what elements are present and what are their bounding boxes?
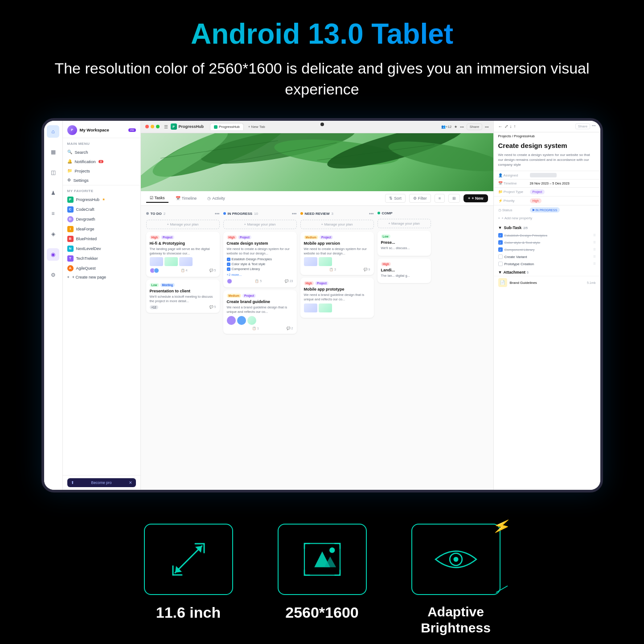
fav-codecraft[interactable]: C CodeCraft xyxy=(63,205,140,214)
sidebar-item-projects[interactable]: 📁 Projects xyxy=(63,166,140,176)
star-bookmark-icon[interactable]: ★ xyxy=(454,125,457,129)
sidebar-item-search[interactable]: 🔍 Search xyxy=(63,148,140,157)
size-label: 11.6 inch xyxy=(156,604,221,621)
fav-agilequest[interactable]: A AgileQuest xyxy=(63,263,140,273)
drag-handle-1[interactable]: ⠿ xyxy=(593,234,596,238)
col-todo-more[interactable]: ••• xyxy=(215,211,220,216)
view-toggle-grid[interactable]: ⊞ xyxy=(448,194,460,203)
more-options-icon[interactable]: ••• xyxy=(460,125,464,129)
nav-back-icon[interactable]: ← xyxy=(498,124,503,129)
drag-handle-5[interactable]: ⠿ xyxy=(593,262,596,266)
col-inprogress-more[interactable]: ••• xyxy=(292,211,297,216)
fav-icon-techtrekker: T xyxy=(67,255,74,262)
subtask-check-2[interactable]: ✓ xyxy=(498,240,503,245)
left-icon-users[interactable]: ♟ xyxy=(47,187,59,199)
more-options-rp[interactable]: ••• xyxy=(592,123,595,129)
close-button[interactable] xyxy=(145,125,149,128)
person-icon: 👤 xyxy=(498,173,503,177)
card-presentation[interactable]: Low Meeting Presentation to client We'll… xyxy=(146,279,220,313)
subtask-4[interactable]: Create Variant ⠿ xyxy=(494,253,600,260)
fav-techtrekker[interactable]: T TechTrekker xyxy=(63,254,140,263)
share-button[interactable]: Share xyxy=(467,123,482,130)
become-pro-banner[interactable]: ⬆ Become pro ✕ xyxy=(67,478,136,487)
create-new-page[interactable]: + + Create new page xyxy=(63,273,140,281)
fav-nextleveldev[interactable]: N NextLevelDev xyxy=(63,244,140,254)
tab-timeline[interactable]: 📅 Timeline xyxy=(172,194,201,202)
comment-count-ma: 💬 9 xyxy=(364,268,370,271)
new-task-button[interactable]: + + New xyxy=(464,194,488,202)
manage-plan-review[interactable]: + Manage your plan xyxy=(300,220,374,229)
col-needreview-more[interactable]: ••• xyxy=(369,211,374,216)
nav-up-icon[interactable]: ↑ xyxy=(514,124,516,129)
attachment-brand-guidelines[interactable]: 📄 Brand Guidelines 5.1mb xyxy=(494,276,600,289)
card-hifi[interactable]: High Project Hi-fi & Prototyping The lan… xyxy=(146,232,220,277)
sidebar-item-notification[interactable]: 🔔 Notification 8 xyxy=(63,157,140,166)
fav-blueprinted[interactable]: B BluePrinted xyxy=(63,234,140,244)
card-imgs-mp xyxy=(304,304,370,312)
activity-icon: ◷ xyxy=(207,196,211,201)
sort-button[interactable]: ⇅ Sort xyxy=(385,194,406,203)
subtask-3[interactable]: ✓ Component Library ⠿ xyxy=(494,246,600,253)
filter-button[interactable]: ⚙ Filter xyxy=(409,194,431,203)
bottom-section: 11.6 inch 2560*1600 xyxy=(0,501,644,644)
subtask-1[interactable]: ✓ Establish Design Principles ⠿ xyxy=(494,232,600,239)
breadcrumb-projects[interactable]: Projects xyxy=(498,134,511,138)
fav-label-progresshub: ProgressHub xyxy=(76,197,100,202)
left-icon-team[interactable]: ◈ xyxy=(47,228,59,240)
close-icon[interactable]: ✕ xyxy=(129,480,132,485)
drag-handle-3[interactable]: ⠿ xyxy=(593,248,596,252)
nav-down-icon[interactable]: ↓ xyxy=(510,124,512,129)
collapse-icon[interactable]: ▼ xyxy=(498,226,502,230)
card-prese[interactable]: Low Prese... We'll sc... discuss... xyxy=(377,231,431,256)
add-new-property[interactable]: + + Add new property xyxy=(494,214,600,222)
new-tab-button[interactable]: + New Tab xyxy=(246,123,268,130)
fav-progresshub[interactable]: P ProgressHub ★ xyxy=(63,195,140,205)
left-icon-home[interactable]: ⌂ xyxy=(47,125,59,138)
collapse-icon-att[interactable]: ▼ xyxy=(498,270,502,275)
more-badge: +12 xyxy=(150,305,158,309)
col-complete-label: COMP xyxy=(382,211,393,215)
subtask-check-5[interactable] xyxy=(498,262,503,266)
card-tags-prese: Low xyxy=(381,234,427,238)
card-design-system[interactable]: High Project Create design system We nee… xyxy=(223,232,297,288)
col-needreview-header: NEED REVIEW 3 ••• xyxy=(300,210,374,217)
subtask-check-3[interactable]: ✓ xyxy=(498,247,503,252)
subtask-2[interactable]: ✓ Color style & Text style ⠿ xyxy=(494,239,600,246)
subtask-check-1[interactable]: ✓ xyxy=(498,233,503,238)
card-mobile-app[interactable]: Medium Project Mobile app version We nee… xyxy=(300,232,374,275)
left-icon-settings[interactable]: ⚙ xyxy=(47,269,59,281)
minimize-button[interactable] xyxy=(151,125,154,128)
drag-handle-4[interactable]: ⠿ xyxy=(593,255,596,259)
drag-handle-2[interactable]: ⠿ xyxy=(593,241,596,245)
sidebar-item-settings[interactable]: ⚙ Settings xyxy=(63,176,140,185)
tab-timeline-label: Timeline xyxy=(182,196,197,201)
tab-tasks[interactable]: ☑ Tasks xyxy=(146,194,168,203)
nav-resize-icon[interactable]: ⤢ xyxy=(505,124,508,129)
manage-plan-todo[interactable]: + Manage your plan xyxy=(146,220,220,229)
manage-plan-comp[interactable]: + Manage your plan xyxy=(377,219,431,228)
more-dots-icon[interactable]: ••• xyxy=(485,125,488,129)
share-button-rp[interactable]: Share xyxy=(575,123,590,129)
subtask-5[interactable]: Prototype Creation ⠿ xyxy=(494,260,600,267)
breadcrumb-current[interactable]: ProgressHub xyxy=(514,134,535,138)
field-priority: ⚡ Priority High xyxy=(494,196,600,205)
menu-icon[interactable]: ☰ xyxy=(164,124,168,129)
left-icon-dashboard[interactable]: ▦ xyxy=(47,146,59,158)
left-icon-sales[interactable]: ◉ xyxy=(47,248,59,261)
tab-activity[interactable]: ◷ Activity xyxy=(204,194,229,202)
assigned-value xyxy=(530,173,557,177)
calendar-icon: 📅 xyxy=(176,196,180,201)
left-icon-calendar[interactable]: ◫ xyxy=(47,166,59,179)
view-toggle-list[interactable]: ≡ xyxy=(435,194,445,203)
manage-plan-inprogress[interactable]: + Manage your plan xyxy=(223,220,297,229)
browser-tab-active[interactable]: ProgressHub xyxy=(210,123,244,130)
maximize-button[interactable] xyxy=(156,125,160,128)
left-icon-book[interactable]: ≡ xyxy=(47,207,59,220)
fav-devgrowth[interactable]: D Devgrowth xyxy=(63,214,140,224)
subtask-check-4[interactable] xyxy=(498,254,503,259)
card-landi[interactable]: High Landi... The lan... digital g... xyxy=(377,258,431,283)
card-mobile-proto[interactable]: High Project Mobile app prototype We nee… xyxy=(300,278,374,318)
card-brand-guideline[interactable]: Medium Project Create brand guideline We… xyxy=(223,290,297,334)
col-todo-label: TO DO xyxy=(151,212,162,216)
fav-ideaforge[interactable]: I IdeaForge xyxy=(63,224,140,234)
